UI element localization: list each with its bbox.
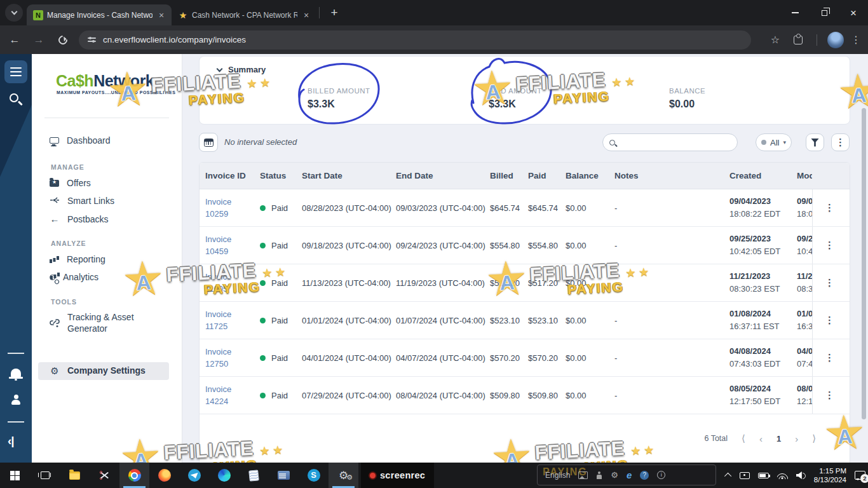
info-icon[interactable]: i [657,471,665,479]
collapse-sidebar-icon[interactable]: ‹| [8,434,14,448]
col-header[interactable]: Invoice ID [205,171,260,180]
vertical-scrollbar[interactable] [862,108,866,419]
next-page-button[interactable]: › [795,433,798,444]
restore-button[interactable] [810,0,839,25]
address-bar[interactable]: cn.everflowclient.io/company/invoices [79,30,751,50]
sidebar-item-offers[interactable]: Offers [50,178,91,188]
minimize-button[interactable] [780,0,810,25]
display-icon[interactable] [740,472,750,479]
sidebar-item-analytics[interactable]: Analytics [50,272,98,282]
col-header[interactable]: End Date [396,171,490,180]
volume-icon[interactable] [796,471,806,479]
skype-button[interactable]: S [299,463,329,488]
hamburger-menu-button[interactable] [4,60,27,83]
sidebar-item-tracking-generator[interactable]: Tracking & AssetGenerator [50,311,134,334]
settings-button[interactable]: ⚙ [329,463,358,488]
sidebar-item-company-settings[interactable]: ⚙ Company Settings [50,365,146,376]
search-input[interactable] [620,138,732,147]
browser-menu-icon[interactable]: ⋮ [849,34,863,46]
tab-manage-invoices[interactable]: N Manage Invoices - Cash Netwo × [27,4,172,25]
edge-button[interactable] [209,463,239,488]
internet-explorer-icon[interactable]: e [627,471,632,480]
row-actions-button[interactable]: ⋮ [812,189,846,226]
close-window-button[interactable]: × [839,0,868,25]
notepad-button[interactable] [239,463,269,488]
row-actions-button[interactable]: ⋮ [812,264,846,301]
col-header[interactable]: Created [729,171,797,180]
gear-icon[interactable]: ⚙ [611,471,618,479]
row-actions-button[interactable]: ⋮ [812,377,846,414]
row-actions-button[interactable]: ⋮ [812,227,846,264]
filter-button[interactable] [806,133,824,151]
reload-button[interactable] [57,34,69,46]
invoice-link[interactable]: Invoice10259 [205,196,260,220]
invoice-link[interactable]: Invoice10459 [205,233,260,257]
current-page[interactable]: 1 [776,434,781,444]
sidebar-item-dashboard[interactable]: Dashboard [50,135,111,146]
first-page-button[interactable]: ⟨ [742,433,745,444]
invoice-link[interactable]: Invoice11005 [205,271,260,295]
kebab-icon: ⋮ [836,137,845,148]
notifications-bell-icon[interactable] [11,369,21,377]
tab-cash-network[interactable]: ★ Cash Network - CPA Network R × [172,4,316,25]
image-icon[interactable] [578,471,588,479]
profile-avatar[interactable] [827,32,844,48]
col-header[interactable]: Paid [528,171,566,180]
battery-icon[interactable] [758,473,769,478]
status-filter-dropdown[interactable]: All ▾ [756,133,792,151]
start-button[interactable] [0,463,30,488]
col-header[interactable]: Notes [614,171,729,180]
invoice-link[interactable]: Invoice12750 [205,346,260,370]
app-window-button[interactable] [269,463,299,488]
account-person-icon[interactable] [11,395,21,405]
row-actions-button[interactable]: ⋮ [812,302,846,339]
table-search[interactable] [602,133,738,151]
col-header[interactable]: Balance [566,171,614,180]
invoice-link[interactable]: Invoice11725 [205,308,260,332]
screenrec-widget[interactable]: screenrec [361,463,434,488]
date-interval-button[interactable] [199,133,218,152]
language-label[interactable]: English [545,471,570,480]
bookmark-star-icon[interactable]: ☆ [766,34,785,46]
task-view-button[interactable] [30,463,60,488]
summary-header[interactable]: Summary [217,65,266,74]
tab-close-icon[interactable]: × [301,10,311,20]
tab-close-icon[interactable]: × [156,10,166,20]
end-date-cell: 01/07/2024 (UTC-04:00) [396,316,490,325]
file-explorer-button[interactable] [60,463,90,488]
col-header[interactable]: Modified [797,171,812,180]
telegram-button[interactable] [179,463,209,488]
search-icon[interactable] [10,93,18,102]
forward-button[interactable]: → [29,34,48,46]
extensions-icon[interactable] [794,36,803,44]
person-silhouette-icon[interactable] [596,471,602,479]
back-button[interactable]: ← [5,34,24,46]
action-center-icon[interactable]: 2 [855,471,865,480]
sidebar-item-smart-links[interactable]: Smart Links [50,196,114,206]
new-tab-button[interactable]: + [326,6,342,20]
col-header[interactable]: Start Date [302,171,396,180]
table-options-button[interactable]: ⋮ [831,133,850,151]
tray-expand-icon[interactable] [724,473,731,480]
clock[interactable]: 1:15 PM 8/13/2024 [814,466,846,484]
row-actions-button[interactable]: ⋮ [812,339,846,376]
sidebar-item-reporting[interactable]: Reporting [50,254,105,264]
chrome-button[interactable] [119,463,149,488]
prev-page-button[interactable]: ‹ [759,433,763,444]
site-info-icon[interactable] [88,36,96,43]
col-header[interactable]: Billed [490,171,528,180]
snipping-tool-button[interactable] [90,463,119,488]
gear-icon: ⚙ [50,366,60,376]
billed-cell: $645.74 [490,203,528,213]
tab-search-button[interactable] [5,4,23,22]
invoice-link[interactable]: Invoice14224 [205,383,260,407]
sidebar-item-postbacks[interactable]: ← Postbacks [50,214,109,224]
col-header[interactable]: Status [260,171,302,180]
last-page-button[interactable]: ⟩ [812,433,816,444]
wifi-icon[interactable] [777,471,788,479]
help-icon[interactable]: ? [640,471,649,480]
cashnetwork-logo[interactable]: Ca$hNetwork [56,72,154,90]
tray-date: 8/13/2024 [814,475,846,484]
firefox-button[interactable] [149,463,179,488]
table-row: Invoice14224 Paid 07/29/2024 (UTC-04:00)… [200,377,850,414]
